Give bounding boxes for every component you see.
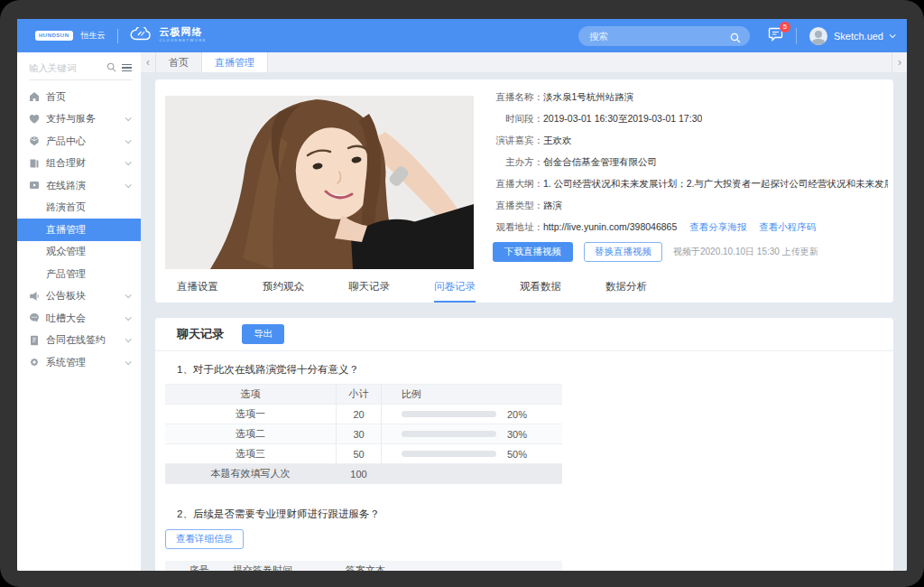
video-update-note: 视频于2020.10.10日 15:30 上传更新 xyxy=(673,246,818,258)
cube-icon xyxy=(29,135,40,146)
sidebar-item-system[interactable]: 系统管理 xyxy=(17,351,141,374)
stream-details: 直播名称： 淡水泉1号杭州站路演 时间段： 2019-03-01 16:30至2… xyxy=(485,90,888,262)
page-tab-bar: ‹ 首页 直播管理 › xyxy=(141,52,907,72)
top-header-bar: HUNDSUN 恒生云 云极网络 CLOUDNETWORK xyxy=(17,19,907,52)
user-name: Sketch.ued xyxy=(834,31,883,42)
main-area: ‹ 首页 直播管理 › xyxy=(141,52,907,571)
chevron-down-icon xyxy=(125,293,132,299)
home-icon xyxy=(29,91,40,102)
sidebar-item-products[interactable]: 产品中心 xyxy=(17,130,141,153)
chevron-down-icon xyxy=(125,337,132,343)
sidebar-item-product-management[interactable]: 产品管理 xyxy=(17,263,141,285)
field-time-range: 时间段： 2019-03-01 16:30至2019-03-01 17:30 xyxy=(485,112,888,126)
sidebar-item-audience-management[interactable]: 观众管理 xyxy=(17,241,141,264)
product-name: 云极网络 CLOUDNETWORK xyxy=(160,27,207,45)
tab-home[interactable]: 首页 xyxy=(156,52,202,72)
screenshot-frame: HUNDSUN 恒生云 云极网络 CLOUDNETWORK xyxy=(0,0,924,587)
chevron-down-icon xyxy=(125,116,132,122)
search-icon[interactable] xyxy=(730,31,741,47)
chat-icon xyxy=(29,312,40,323)
sidebar-search-input[interactable] xyxy=(29,62,101,73)
table-row: 选项三 50 50% xyxy=(165,444,562,464)
logo-divider xyxy=(117,29,118,43)
chevron-down-icon xyxy=(890,32,896,38)
section-title: 聊天记录 xyxy=(177,326,224,342)
hundsun-logo-icon: HUNDSUN xyxy=(35,31,73,41)
menu-icon[interactable] xyxy=(122,64,132,72)
table-header-row: 序号 提交答卷时间 答案文本 xyxy=(165,561,562,571)
replace-video-button[interactable]: 替换直播视频 xyxy=(584,242,662,262)
stream-info-card: 直播名称： 淡水泉1号杭州站路演 时间段： 2019-03-01 16:30至2… xyxy=(155,79,893,303)
question-2: 2、后续是否需要专业理财师进行跟进服务？ xyxy=(177,508,872,521)
sidebar-item-announcements[interactable]: 公告板块 xyxy=(17,285,141,308)
chevron-down-icon xyxy=(125,137,132,144)
heart-icon xyxy=(29,114,40,125)
sidebar-item-support[interactable]: 支持与服务 xyxy=(17,108,141,131)
tab-reserved-audience[interactable]: 预约观众 xyxy=(263,273,304,303)
chevron-down-icon xyxy=(125,160,132,166)
avatar xyxy=(809,27,827,45)
survey-card-header: 聊天记录 导出 xyxy=(155,318,893,351)
field-watch-url: 观看地址： http://live.yunin.com/398046865 查看… xyxy=(485,220,888,234)
question-1: 1、对于此次在线路演觉得十分有意义？ xyxy=(177,363,872,377)
global-search-input[interactable] xyxy=(578,26,750,46)
sidebar-item-home[interactable]: 首页 xyxy=(17,86,141,108)
chevron-down-icon xyxy=(125,182,132,188)
tab-live-settings[interactable]: 直播设置 xyxy=(177,273,218,303)
topbar-divider xyxy=(796,28,797,44)
sidebar-item-roadshow[interactable]: 在线路演 xyxy=(17,174,141,197)
stream-detail-tabs: 直播设置 预约观众 聊天记录 问卷记录 观看数据 数据分析 xyxy=(155,273,893,303)
megaphone-icon xyxy=(29,291,40,302)
field-guest: 演讲嘉宾： 王欢欢 xyxy=(485,134,888,147)
logo-brand-text: 恒生云 xyxy=(81,30,106,42)
tab-chat-history[interactable]: 聊天记录 xyxy=(348,273,390,303)
speaker-photo xyxy=(165,96,474,269)
table-row: 选项二 30 30% xyxy=(165,424,562,444)
field-outline: 直播大纲： 1. 公司经营状况和未来发展计划；2.与广大投资者一起探讨公司经营状… xyxy=(485,177,888,191)
chevron-down-icon xyxy=(125,359,132,365)
sidebar-search xyxy=(29,60,132,80)
tab-view-data[interactable]: 观看数据 xyxy=(520,273,561,303)
view-detail-button[interactable]: 查看详细信息 xyxy=(165,529,244,549)
survey-table-2: 序号 提交答卷时间 答案文本 xyxy=(165,561,562,571)
logo: HUNDSUN 恒生云 云极网络 CLOUDNETWORK xyxy=(35,27,207,45)
survey-card: 聊天记录 导出 1、对于此次在线路演觉得十分有意义？ 选项 小计 比例 xyxy=(155,318,893,571)
sidebar-item-live-management[interactable]: 直播管理 xyxy=(17,219,141,241)
progress-bar xyxy=(402,411,496,417)
table-footer-row: 本题有效填写人次 100 xyxy=(165,464,562,484)
survey-table-1: 选项 小计 比例 选项一 20 20% xyxy=(165,384,562,484)
global-search xyxy=(578,26,750,46)
sidebar-item-feedback[interactable]: 吐槽大会 xyxy=(17,307,141,330)
video-icon xyxy=(29,180,40,191)
user-menu[interactable]: Sketch.ued xyxy=(809,27,894,45)
chevron-down-icon xyxy=(125,314,132,321)
tab-scroll-left-icon[interactable]: ‹ xyxy=(141,52,156,72)
tab-live-management[interactable]: 直播管理 xyxy=(202,52,268,72)
sidebar: 首页 支持与服务 产品中心 组合理财 在线路演 路演首 xyxy=(17,52,141,571)
progress-bar xyxy=(402,451,496,457)
table-row: 选项一 20 20% xyxy=(165,405,562,424)
export-button[interactable]: 导出 xyxy=(242,324,284,344)
portfolio-icon xyxy=(29,158,40,169)
view-share-poster-link[interactable]: 查看分享海报 xyxy=(689,220,746,234)
sidebar-item-roadshow-home[interactable]: 路演首页 xyxy=(17,197,141,219)
sidebar-item-contract-signing[interactable]: 合同在线签约 xyxy=(17,330,141,352)
download-video-button[interactable]: 下载直播视频 xyxy=(493,242,573,262)
contract-icon xyxy=(29,335,40,346)
tab-scroll-right-icon[interactable]: › xyxy=(892,52,907,72)
field-stream-type: 直播类型： 路演 xyxy=(485,199,888,212)
app-window: HUNDSUN 恒生云 云极网络 CLOUDNETWORK xyxy=(17,19,907,571)
notification-badge: 5 xyxy=(780,22,790,33)
search-icon[interactable] xyxy=(106,60,116,76)
cloud-icon xyxy=(130,27,152,44)
tab-data-analysis[interactable]: 数据分析 xyxy=(605,273,647,303)
table-header-row: 选项 小计 比例 xyxy=(165,385,562,405)
field-organizer: 主办方： 创金合信基金管理有限公司 xyxy=(485,155,888,169)
sidebar-item-portfolio[interactable]: 组合理财 xyxy=(17,153,141,175)
content: 直播名称： 淡水泉1号杭州站路演 时间段： 2019-03-01 16:30至2… xyxy=(141,72,907,571)
progress-bar xyxy=(402,431,496,437)
view-miniprogram-code-link[interactable]: 查看小程序码 xyxy=(759,220,816,234)
message-icon[interactable]: 5 xyxy=(768,27,783,45)
tab-survey-records[interactable]: 问卷记录 xyxy=(434,273,476,303)
field-stream-name: 直播名称： 淡水泉1号杭州站路演 xyxy=(485,90,888,104)
